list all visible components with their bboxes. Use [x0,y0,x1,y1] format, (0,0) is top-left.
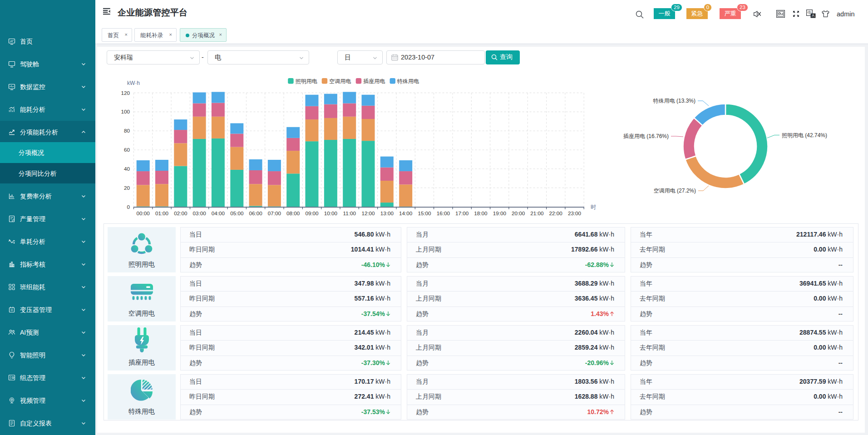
svg-text:A: A [812,13,814,18]
